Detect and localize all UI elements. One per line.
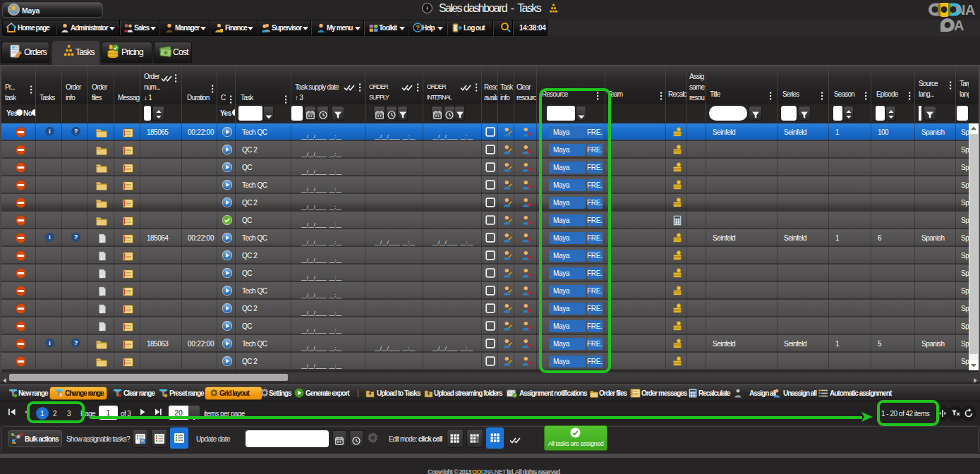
svg-text:?: ? (74, 233, 78, 241)
svg-text:?: ? (74, 128, 78, 135)
svg-text:?: ? (74, 339, 78, 346)
svg-text:?: ? (416, 24, 420, 31)
svg-text:A: A (954, 18, 964, 32)
svg-text:NA: NA (955, 3, 975, 17)
